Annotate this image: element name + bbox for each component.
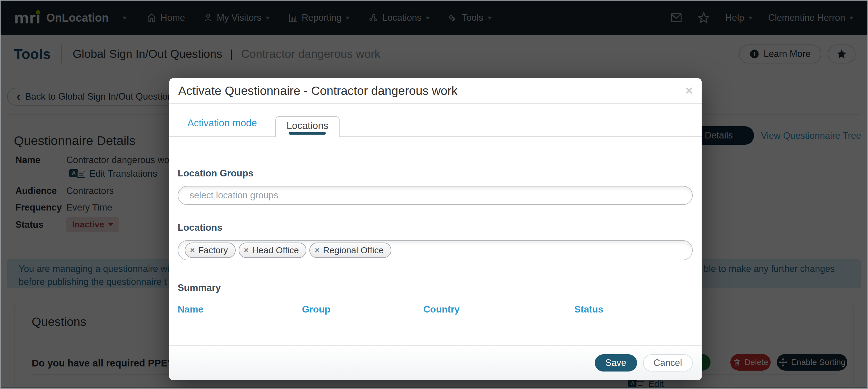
tab-activation-mode[interactable]: Activation mode	[186, 117, 259, 136]
location-groups-placeholder: select location groups	[182, 190, 278, 201]
location-groups-input[interactable]: select location groups	[178, 186, 693, 205]
summary-column-name[interactable]: Name	[178, 304, 302, 315]
modal-title: Activate Questionnaire - Contractor dang…	[178, 84, 457, 98]
locations-input[interactable]: × Factory × Head Office × Regional Offic…	[178, 240, 693, 260]
cancel-button[interactable]: Cancel	[643, 354, 693, 371]
tab-locations[interactable]: Locations	[275, 116, 340, 137]
close-icon[interactable]: ×	[685, 84, 693, 97]
location-tag-factory: × Factory	[185, 243, 236, 258]
modal-footer: Save Cancel	[169, 345, 702, 380]
location-tag-head-office: × Head Office	[239, 243, 307, 258]
remove-tag-icon[interactable]: ×	[315, 246, 319, 255]
modal-body: Location Groups select location groups L…	[169, 137, 702, 345]
summary-table-header: Name Group Country Status	[178, 304, 693, 315]
summary-label: Summary	[178, 282, 693, 293]
locations-label: Locations	[178, 222, 693, 233]
summary-column-group[interactable]: Group	[302, 304, 423, 315]
activate-questionnaire-modal: Activate Questionnaire - Contractor dang…	[169, 78, 702, 380]
summary-column-country[interactable]: Country	[423, 304, 574, 315]
location-groups-label: Location Groups	[178, 168, 693, 179]
summary-column-status[interactable]: Status	[574, 304, 693, 315]
remove-tag-icon[interactable]: ×	[190, 246, 195, 255]
location-tag-regional-office: × Regional Office	[309, 243, 391, 258]
modal-header: Activate Questionnaire - Contractor dang…	[169, 78, 702, 104]
save-button[interactable]: Save	[595, 354, 637, 371]
modal-tabs: Activation mode Locations	[169, 104, 702, 137]
app-window: mri OnLocation Home My Visitors Reportin…	[0, 0, 868, 389]
remove-tag-icon[interactable]: ×	[244, 246, 249, 255]
